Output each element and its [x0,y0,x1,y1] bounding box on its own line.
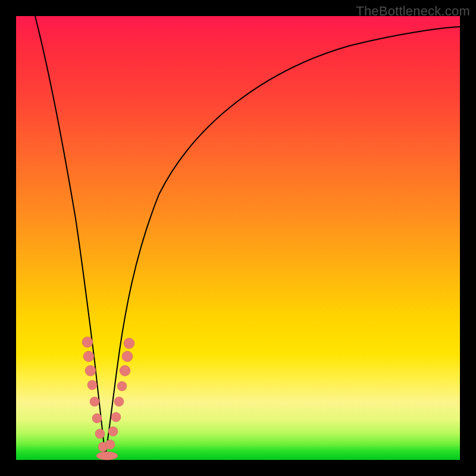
svg-point-13 [117,381,127,391]
sample-dots [82,337,134,460]
svg-point-4 [90,397,99,406]
outer-frame: TheBottleneck.com [0,0,476,476]
svg-point-16 [124,338,134,349]
svg-point-15 [122,351,133,362]
svg-point-14 [120,365,130,376]
svg-point-0 [82,337,93,347]
svg-point-10 [108,427,118,436]
svg-point-12 [114,397,124,406]
plot-area [16,16,460,460]
svg-point-9 [105,440,115,449]
svg-point-8 [96,452,118,460]
svg-point-3 [87,380,97,390]
svg-point-1 [83,351,94,362]
chart-svg [16,16,460,460]
bottleneck-curve [35,16,460,456]
svg-point-11 [111,412,121,422]
svg-point-5 [92,414,102,423]
svg-point-2 [85,365,96,376]
svg-point-6 [95,429,105,439]
watermark-text: TheBottleneck.com [356,4,470,19]
